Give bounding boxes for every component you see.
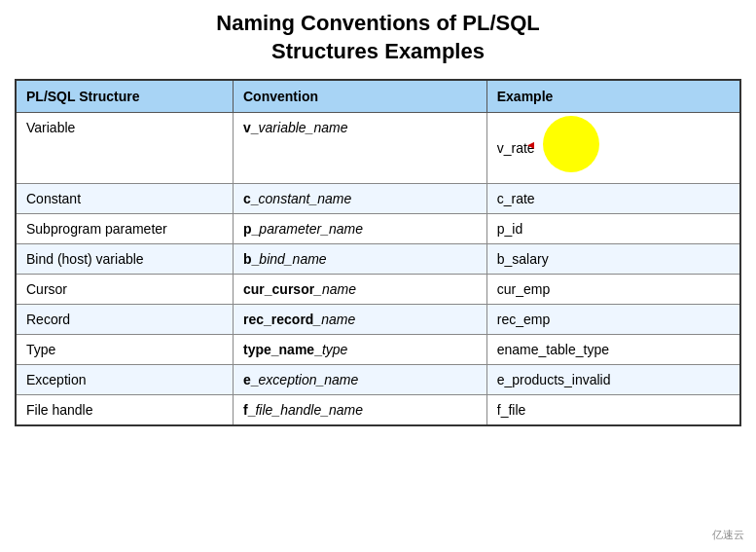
header-structure: PL/SQL Structure (16, 80, 234, 113)
header-convention: Convention (234, 80, 487, 113)
cell-example: e_products_invalid (486, 365, 740, 395)
convention-prefix: p_ (243, 221, 259, 237)
cell-convention: p_parameter_name (234, 214, 487, 244)
cell-structure: File handle (16, 395, 234, 426)
convention-rest: type (322, 342, 347, 357)
example-with-circle-wrapper: v_rate◂ (497, 120, 730, 176)
cell-convention: type_name_type (234, 335, 487, 365)
arrow-icon: ◂ (527, 136, 534, 152)
cell-structure: Constant (16, 184, 234, 214)
cell-convention: b_bind_name (234, 244, 487, 275)
cell-convention: e_exception_name (234, 365, 487, 395)
naming-conventions-table: PL/SQL Structure Convention Example Vari… (15, 79, 741, 426)
convention-prefix: c_ (243, 191, 259, 206)
cell-example: b_salary (486, 244, 740, 275)
convention-prefix: f_ (243, 402, 255, 418)
cell-example: p_id (486, 214, 740, 244)
convention-prefix: v_ (243, 120, 259, 135)
convention-rest: exception_name (259, 372, 359, 387)
cell-convention: cur_cursor_name (234, 275, 487, 305)
convention-prefix: b_ (243, 251, 259, 267)
page-title: Naming Conventions of PL/SQL Structures … (15, 10, 741, 65)
cell-example: cur_emp (486, 275, 740, 305)
cell-example: rec_emp (486, 305, 740, 335)
table-row: Variablev_variable_namev_rate◂ (16, 113, 740, 184)
cell-example: c_rate (486, 184, 740, 214)
cell-convention: c_constant_name (234, 184, 487, 214)
cell-example: v_rate◂ (486, 113, 740, 184)
cell-example: ename_table_type (486, 335, 740, 365)
header-example: Example (486, 80, 740, 113)
table-row: Bind (host) variableb_bind_nameb_salary (16, 244, 740, 275)
cell-structure: Variable (16, 113, 234, 184)
table-row: Recordrec_record_namerec_emp (16, 305, 740, 335)
cell-structure: Record (16, 305, 234, 335)
convention-prefix: cur_ (243, 281, 272, 297)
convention-rest: parameter_name (259, 221, 363, 237)
cell-convention: v_variable_name (234, 113, 487, 184)
convention-rest: _name (314, 281, 356, 297)
cell-structure: Type (16, 335, 234, 365)
cell-example: f_file (486, 395, 740, 426)
convention-prefix: type_name_ (243, 342, 322, 357)
convention-prefix: rec_ (243, 312, 271, 327)
convention-prefix: e_ (243, 372, 259, 387)
yellow-circle-decoration: ◂ (543, 116, 599, 172)
cell-structure: Subprogram parameter (16, 214, 234, 244)
table-row: Subprogram parameterp_parameter_namep_id (16, 214, 740, 244)
table-row: Exceptione_exception_namee_products_inva… (16, 365, 740, 395)
convention-rest: constant_name (259, 191, 352, 206)
cell-convention: f_file_handle_name (234, 395, 487, 426)
convention-rest: _name (313, 312, 355, 327)
cell-structure: Cursor (16, 275, 234, 305)
convention-rest: variable_name (259, 120, 348, 135)
watermark-label: 亿速云 (708, 526, 748, 544)
convention-rest: file_handle_name (255, 402, 363, 418)
cell-convention: rec_record_name (234, 305, 487, 335)
table-row: Typetype_name_typeename_table_type (16, 335, 740, 365)
table-row: File handlef_file_handle_namef_file (16, 395, 740, 426)
table-row: Constantc_constant_namec_rate (16, 184, 740, 214)
cell-structure: Exception (16, 365, 234, 395)
convention-rest: bind_name (259, 251, 326, 267)
cell-structure: Bind (host) variable (16, 244, 234, 275)
table-row: Cursorcur_cursor_namecur_emp (16, 275, 740, 305)
